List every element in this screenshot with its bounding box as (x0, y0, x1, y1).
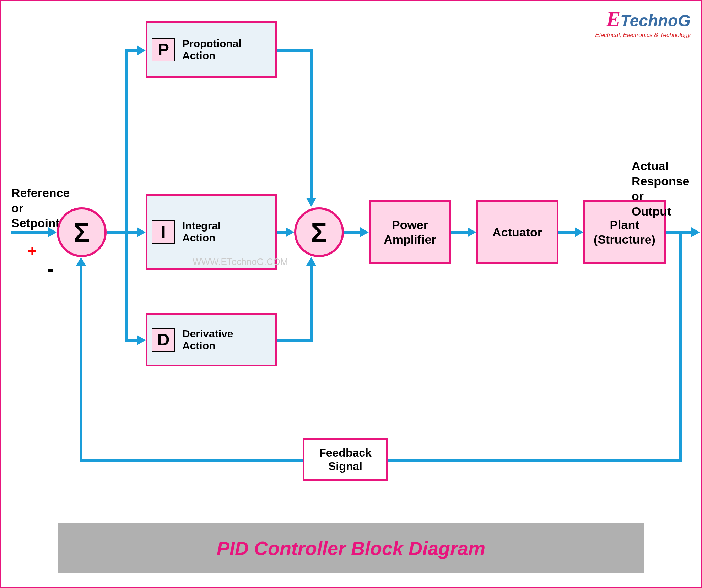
plus-sign: + (28, 242, 37, 260)
diagram-title: PID Controller Block Diagram (217, 537, 485, 559)
logo: ETechnoG Electrical, Electronics & Techn… (595, 7, 691, 39)
block-derivative: D Derivative Action (146, 313, 277, 366)
title-banner: PID Controller Block Diagram (58, 523, 644, 573)
arrowhead-p-down (306, 198, 316, 207)
arrowhead-i-out (286, 227, 294, 237)
arrow-sum1-out (107, 231, 128, 234)
summing-junction-error: Σ (57, 207, 107, 257)
logo-subtitle: Electrical, Electronics & Technology (595, 32, 691, 39)
summing-junction-pid: Σ (294, 207, 344, 257)
i-text: Integral Action (182, 220, 221, 244)
line-split-vertical (125, 49, 128, 342)
output-label: Actual Response or Output (632, 158, 690, 219)
arrowhead-to-p (137, 45, 146, 55)
d-text: Derivative Action (182, 328, 233, 352)
block-feedback: Feedback Signal (303, 438, 388, 481)
arrow-input (11, 231, 50, 234)
arrow-to-p (125, 49, 139, 52)
block-actuator: Actuator (476, 200, 558, 264)
block-power-amplifier: Power Amplifier (369, 200, 451, 264)
line-feedback-left-seg (80, 459, 303, 462)
arrowhead-feedback-up (76, 257, 86, 266)
line-p-down (310, 49, 313, 200)
arrowhead-sum2-amp (360, 227, 369, 237)
p-text: Propotional Action (182, 38, 242, 62)
block-proportional: P Propotional Action (146, 21, 277, 78)
i-letter: I (152, 220, 175, 244)
arrow-d-out (277, 339, 313, 342)
arrowhead-act-plant (575, 227, 583, 237)
arrowhead-to-i (137, 227, 146, 237)
arrow-to-d (125, 339, 139, 342)
arrowhead-amp-act (468, 227, 476, 237)
minus-sign: - (47, 256, 54, 281)
p-letter: P (152, 38, 175, 61)
diagram-container: ETechnoG Electrical, Electronics & Techn… (0, 0, 702, 588)
arrowhead-d-up (306, 257, 316, 266)
arrowhead-to-d (137, 335, 146, 345)
d-letter: D (152, 328, 175, 352)
arrow-act-plant (558, 231, 576, 234)
line-feedback-down (679, 231, 682, 462)
arrow-to-i (125, 231, 139, 234)
arrow-sum2-amp (344, 231, 362, 234)
arrowhead-output (691, 227, 700, 237)
logo-text: TechnoG (620, 11, 691, 30)
arrowhead-input (48, 227, 57, 237)
logo-e: E (606, 7, 620, 31)
line-d-up (310, 266, 313, 342)
line-feedback-up (80, 266, 82, 462)
arrow-p-out (277, 49, 313, 52)
watermark: WWW.ETechnoG.COM (193, 256, 288, 267)
line-feedback-right-seg (388, 459, 682, 462)
arrow-amp-act (451, 231, 469, 234)
logo-main: ETechnoG (595, 7, 691, 32)
